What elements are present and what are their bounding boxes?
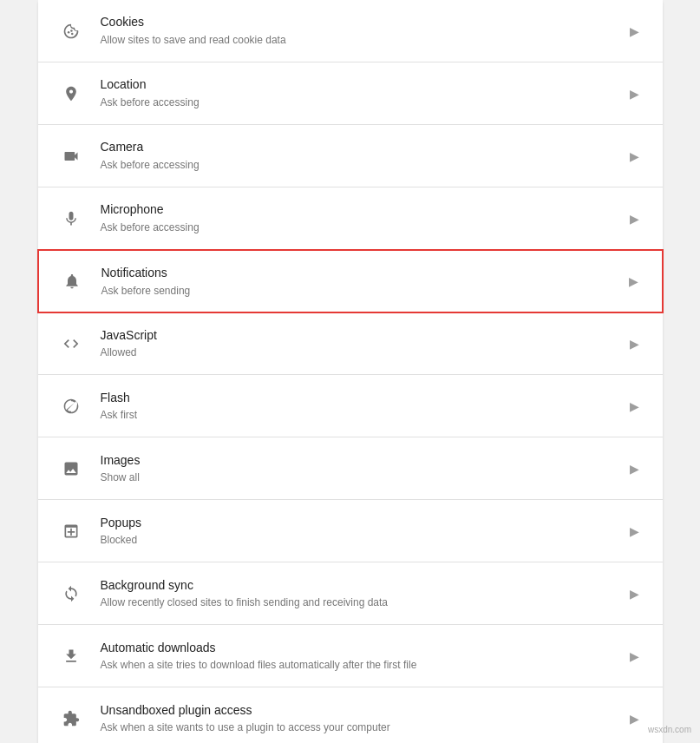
background-sync-text: Background sync Allow recently closed si… — [87, 577, 625, 610]
camera-text: Camera Ask before accessing — [87, 139, 625, 172]
microphone-text: Microphone Ask before accessing — [87, 201, 625, 234]
camera-subtitle: Ask before accessing — [101, 158, 625, 173]
automatic-downloads-title: Automatic downloads — [101, 640, 625, 657]
camera-icon — [56, 148, 87, 165]
settings-item-flash[interactable]: Flash Ask first ▶ — [38, 375, 663, 437]
notifications-icon — [56, 273, 88, 290]
popups-subtitle: Blocked — [101, 533, 625, 548]
background-sync-title: Background sync — [101, 577, 625, 595]
watermark-label: wsxdn.com — [648, 725, 691, 734]
camera-chevron: ▶ — [625, 149, 645, 163]
unsandboxed-plugin-subtitle: Ask when a site wants to use a plugin to… — [101, 720, 625, 735]
microphone-title: Microphone — [101, 201, 625, 219]
svg-point-0 — [70, 30, 73, 32]
settings-item-background-sync[interactable]: Background sync Allow recently closed si… — [38, 562, 663, 625]
cookies-text: Cookies Allow sites to save and read coo… — [87, 14, 625, 47]
location-title: Location — [101, 76, 625, 94]
cookies-chevron: ▶ — [625, 24, 645, 38]
automatic-downloads-subtitle: Ask when a site tries to download files … — [101, 658, 625, 673]
settings-item-unsandboxed-plugin[interactable]: Unsandboxed plugin access Ask when a sit… — [38, 687, 663, 743]
settings-item-microphone[interactable]: Microphone Ask before accessing ▶ — [38, 187, 663, 250]
camera-title: Camera — [101, 139, 625, 156]
images-subtitle: Show all — [101, 470, 625, 485]
javascript-title: JavaScript — [101, 327, 625, 345]
unsandboxed-plugin-title: Unsandboxed plugin access — [101, 702, 625, 720]
flash-icon — [56, 398, 87, 415]
notifications-chevron: ▶ — [624, 274, 644, 288]
settings-list: Cookies Allow sites to save and read coo… — [38, 0, 663, 743]
download-icon — [56, 648, 87, 665]
cookies-icon — [56, 23, 87, 40]
settings-item-location[interactable]: Location Ask before accessing ▶ — [38, 62, 663, 125]
settings-item-cookies[interactable]: Cookies Allow sites to save and read coo… — [38, 0, 663, 62]
images-chevron: ▶ — [625, 462, 645, 476]
javascript-icon — [56, 335, 87, 352]
settings-item-automatic-downloads[interactable]: Automatic downloads Ask when a site trie… — [38, 625, 663, 687]
flash-subtitle: Ask first — [101, 408, 625, 423]
cookies-subtitle: Allow sites to save and read cookie data — [101, 33, 625, 48]
location-icon — [56, 85, 87, 102]
popups-title: Popups — [101, 515, 625, 532]
background-sync-chevron: ▶ — [625, 587, 645, 601]
settings-item-images[interactable]: Images Show all ▶ — [38, 437, 663, 500]
images-text: Images Show all — [87, 452, 625, 485]
popups-chevron: ▶ — [625, 524, 645, 538]
images-title: Images — [101, 452, 625, 470]
flash-title: Flash — [101, 390, 625, 407]
unsandboxed-plugin-chevron: ▶ — [625, 712, 645, 726]
microphone-chevron: ▶ — [625, 212, 645, 226]
notifications-subtitle: Ask before sending — [101, 284, 624, 299]
unsandboxed-plugin-text: Unsandboxed plugin access Ask when a sit… — [87, 702, 625, 735]
sync-icon — [56, 585, 87, 602]
notifications-text: Notifications Ask before sending — [88, 265, 624, 298]
microphone-subtitle: Ask before accessing — [101, 220, 625, 235]
javascript-subtitle: Allowed — [101, 345, 625, 360]
settings-item-camera[interactable]: Camera Ask before accessing ▶ — [38, 125, 663, 187]
popups-text: Popups Blocked — [87, 515, 625, 548]
location-subtitle: Ask before accessing — [101, 95, 625, 110]
popups-icon — [56, 523, 87, 540]
notifications-title: Notifications — [101, 265, 624, 282]
javascript-chevron: ▶ — [625, 337, 645, 351]
flash-chevron: ▶ — [625, 399, 645, 413]
settings-item-notifications[interactable]: Notifications Ask before sending ▶ — [37, 249, 664, 313]
location-text: Location Ask before accessing — [87, 76, 625, 109]
microphone-icon — [56, 210, 87, 227]
automatic-downloads-chevron: ▶ — [625, 649, 645, 663]
plugin-icon — [56, 710, 87, 727]
cookies-title: Cookies — [101, 14, 625, 31]
svg-point-2 — [71, 32, 74, 35]
settings-item-javascript[interactable]: JavaScript Allowed ▶ — [38, 312, 663, 375]
automatic-downloads-text: Automatic downloads Ask when a site trie… — [87, 640, 625, 673]
flash-text: Flash Ask first — [87, 390, 625, 423]
javascript-text: JavaScript Allowed — [87, 327, 625, 360]
svg-point-1 — [67, 31, 69, 34]
settings-item-popups[interactable]: Popups Blocked ▶ — [38, 500, 663, 562]
background-sync-subtitle: Allow recently closed sites to finish se… — [101, 595, 625, 610]
location-chevron: ▶ — [625, 87, 645, 101]
images-icon — [56, 460, 87, 477]
